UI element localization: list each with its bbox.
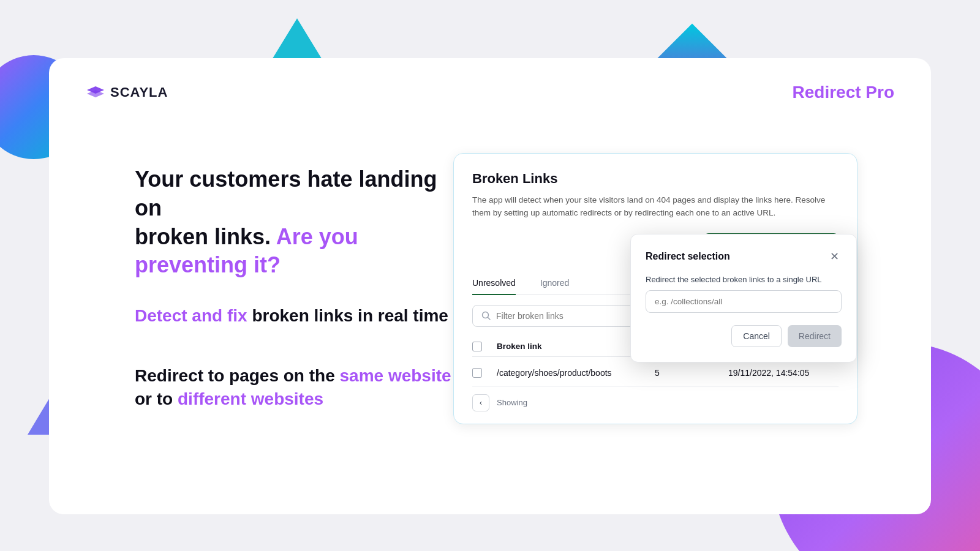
pagination-row: ‹ Showing — [472, 387, 839, 411]
row-checkbox-cell — [472, 368, 497, 378]
feature-text: Detect and fix broken links in real time — [135, 304, 466, 328]
showing-text: Showing — [497, 398, 527, 407]
scayla-logo-icon — [86, 85, 105, 100]
logo-text: SCAYLA — [110, 84, 168, 100]
hero-headline: Your customers hate landing on broken li… — [135, 165, 466, 280]
modal-actions: Cancel Redirect — [646, 325, 842, 347]
modal-redirect-button[interactable]: Redirect — [788, 325, 842, 347]
modal-label: Redirect the selected broken links to a … — [646, 275, 842, 284]
tab-ignored[interactable]: Ignored — [540, 272, 569, 295]
broken-links-panel: Broken Links The app will detect when yo… — [453, 153, 858, 424]
modal-close-button[interactable]: ✕ — [827, 249, 842, 264]
modal-title: Redirect selection — [646, 251, 730, 262]
header: SCAYLA Redirect Pro — [86, 83, 894, 102]
search-icon — [481, 311, 491, 321]
modal-header: Redirect selection ✕ — [646, 249, 842, 264]
tab-unresolved[interactable]: Unresolved — [472, 272, 516, 295]
row-visits: 5 — [655, 368, 728, 378]
row-detected-at: 19/11/2022, 14:54:05 — [728, 368, 839, 378]
main-card: SCAYLA Redirect Pro Your customers hate … — [49, 58, 931, 514]
panel-title: Broken Links — [472, 171, 839, 187]
redirect-selection-modal: Redirect selection ✕ Redirect the select… — [630, 234, 857, 362]
table-row: /category/shoes/product/boots 5 19/11/20… — [472, 359, 839, 387]
header-checkbox[interactable] — [472, 342, 482, 351]
modal-url-input[interactable] — [646, 290, 842, 313]
panel-description: The app will detect when your site visit… — [472, 194, 839, 220]
logo: SCAYLA — [86, 84, 168, 100]
col-checkbox — [472, 342, 497, 351]
brand-name: Redirect Pro — [793, 83, 895, 102]
row-broken-link: /category/shoes/product/boots — [497, 368, 655, 378]
bottom-text: Redirect to pages on the same website , … — [135, 364, 466, 411]
prev-page-button[interactable]: ‹ — [472, 394, 489, 411]
modal-cancel-button[interactable]: Cancel — [731, 325, 782, 347]
left-content: Your customers hate landing on broken li… — [135, 165, 466, 411]
row-checkbox[interactable] — [472, 368, 482, 378]
